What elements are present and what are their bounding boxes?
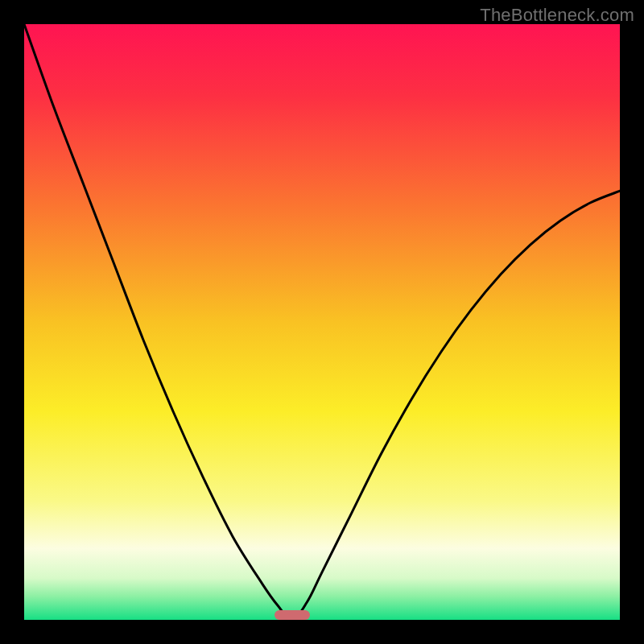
bottleneck-curve [24, 24, 620, 620]
optimal-range-marker [275, 610, 310, 620]
outer-frame: TheBottleneck.com [0, 0, 644, 644]
plot-area [24, 24, 620, 620]
watermark-text: TheBottleneck.com [480, 5, 634, 26]
